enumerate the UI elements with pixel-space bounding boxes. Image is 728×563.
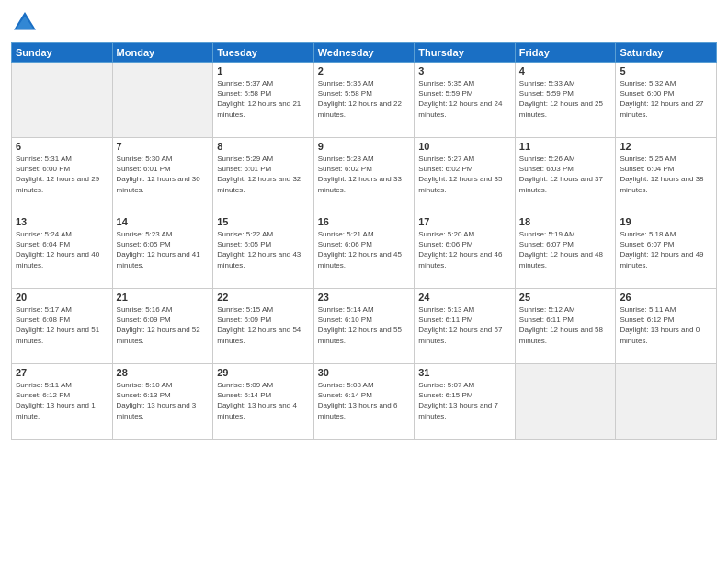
- calendar-cell: 8Sunrise: 5:29 AMSunset: 6:01 PMDaylight…: [213, 138, 314, 213]
- weekday-header-tuesday: Tuesday: [213, 43, 314, 63]
- day-number: 29: [217, 367, 310, 378]
- day-number: 11: [519, 141, 612, 152]
- calendar-cell: 28Sunrise: 5:10 AMSunset: 6:13 PMDayligh…: [112, 364, 213, 440]
- weekday-header-friday: Friday: [515, 43, 616, 63]
- calendar-cell: 23Sunrise: 5:14 AMSunset: 6:10 PMDayligh…: [313, 289, 415, 364]
- day-number: 17: [418, 216, 511, 227]
- calendar-cell: 15Sunrise: 5:22 AMSunset: 6:05 PMDayligh…: [213, 213, 314, 289]
- main-container: SundayMondayTuesdayWednesdayThursdayFrid…: [0, 0, 728, 563]
- header: [11, 9, 717, 37]
- day-number: 30: [318, 367, 411, 378]
- day-info: Sunrise: 5:11 AMSunset: 6:12 PMDaylight:…: [16, 380, 108, 421]
- weekday-header-saturday: Saturday: [616, 43, 717, 63]
- day-info: Sunrise: 5:13 AMSunset: 6:11 PMDaylight:…: [418, 304, 511, 346]
- calendar-cell: 30Sunrise: 5:08 AMSunset: 6:14 PMDayligh…: [313, 364, 415, 440]
- day-info: Sunrise: 5:29 AMSunset: 6:01 PMDaylight:…: [217, 154, 310, 195]
- day-number: 7: [117, 141, 210, 152]
- calendar-cell: 5Sunrise: 5:32 AMSunset: 6:00 PMDaylight…: [616, 63, 717, 138]
- day-number: 12: [620, 141, 712, 152]
- calendar-table: SundayMondayTuesdayWednesdayThursdayFrid…: [11, 42, 717, 440]
- logo-icon: [11, 9, 39, 37]
- day-info: Sunrise: 5:33 AMSunset: 5:59 PMDaylight:…: [519, 78, 612, 120]
- day-info: Sunrise: 5:17 AMSunset: 6:08 PMDaylight:…: [16, 304, 108, 346]
- calendar-cell: 13Sunrise: 5:24 AMSunset: 6:04 PMDayligh…: [12, 213, 113, 289]
- day-number: 27: [16, 367, 108, 378]
- day-info: Sunrise: 5:36 AMSunset: 5:58 PMDaylight:…: [318, 78, 411, 120]
- day-info: Sunrise: 5:23 AMSunset: 6:05 PMDaylight:…: [117, 229, 210, 270]
- calendar-week-2: 6Sunrise: 5:31 AMSunset: 6:00 PMDaylight…: [12, 138, 717, 213]
- calendar-cell: 14Sunrise: 5:23 AMSunset: 6:05 PMDayligh…: [112, 213, 213, 289]
- day-info: Sunrise: 5:11 AMSunset: 6:12 PMDaylight:…: [620, 304, 712, 346]
- weekday-header-wednesday: Wednesday: [313, 43, 415, 63]
- day-info: Sunrise: 5:24 AMSunset: 6:04 PMDaylight:…: [16, 229, 108, 270]
- day-number: 2: [318, 65, 411, 76]
- day-number: 25: [519, 292, 612, 303]
- day-info: Sunrise: 5:12 AMSunset: 6:11 PMDaylight:…: [519, 304, 612, 346]
- day-number: 31: [418, 367, 511, 378]
- calendar-cell: 7Sunrise: 5:30 AMSunset: 6:01 PMDaylight…: [112, 138, 213, 213]
- day-number: 4: [519, 65, 612, 76]
- calendar-header-row: SundayMondayTuesdayWednesdayThursdayFrid…: [12, 43, 717, 63]
- calendar-cell: 16Sunrise: 5:21 AMSunset: 6:06 PMDayligh…: [313, 213, 415, 289]
- day-info: Sunrise: 5:22 AMSunset: 6:05 PMDaylight:…: [217, 229, 310, 270]
- day-info: Sunrise: 5:08 AMSunset: 6:14 PMDaylight:…: [318, 380, 411, 421]
- day-number: 1: [217, 65, 310, 76]
- day-number: 26: [620, 292, 712, 303]
- calendar-cell: 18Sunrise: 5:19 AMSunset: 6:07 PMDayligh…: [515, 213, 616, 289]
- day-number: 14: [117, 216, 210, 227]
- day-info: Sunrise: 5:20 AMSunset: 6:06 PMDaylight:…: [418, 229, 511, 270]
- calendar-week-4: 20Sunrise: 5:17 AMSunset: 6:08 PMDayligh…: [12, 289, 717, 364]
- day-info: Sunrise: 5:37 AMSunset: 5:58 PMDaylight:…: [217, 78, 310, 120]
- calendar-cell: 9Sunrise: 5:28 AMSunset: 6:02 PMDaylight…: [313, 138, 415, 213]
- calendar-cell: 2Sunrise: 5:36 AMSunset: 5:58 PMDaylight…: [313, 63, 415, 138]
- day-info: Sunrise: 5:31 AMSunset: 6:00 PMDaylight:…: [16, 154, 108, 195]
- day-number: 10: [418, 141, 511, 152]
- calendar-cell: 31Sunrise: 5:07 AMSunset: 6:15 PMDayligh…: [415, 364, 516, 440]
- day-number: 15: [217, 216, 310, 227]
- calendar-cell: 21Sunrise: 5:16 AMSunset: 6:09 PMDayligh…: [112, 289, 213, 364]
- day-info: Sunrise: 5:14 AMSunset: 6:10 PMDaylight:…: [318, 304, 411, 346]
- calendar-cell: 26Sunrise: 5:11 AMSunset: 6:12 PMDayligh…: [616, 289, 717, 364]
- calendar-cell: 20Sunrise: 5:17 AMSunset: 6:08 PMDayligh…: [12, 289, 113, 364]
- calendar-cell: 27Sunrise: 5:11 AMSunset: 6:12 PMDayligh…: [12, 364, 113, 440]
- calendar-week-5: 27Sunrise: 5:11 AMSunset: 6:12 PMDayligh…: [12, 364, 717, 440]
- weekday-header-sunday: Sunday: [12, 43, 113, 63]
- day-info: Sunrise: 5:18 AMSunset: 6:07 PMDaylight:…: [620, 229, 712, 270]
- calendar-cell: [616, 364, 717, 440]
- calendar-cell: 10Sunrise: 5:27 AMSunset: 6:02 PMDayligh…: [415, 138, 516, 213]
- day-number: 13: [16, 216, 108, 227]
- calendar-cell: 11Sunrise: 5:26 AMSunset: 6:03 PMDayligh…: [515, 138, 616, 213]
- day-number: 6: [16, 141, 108, 152]
- day-info: Sunrise: 5:09 AMSunset: 6:14 PMDaylight:…: [217, 380, 310, 421]
- day-number: 3: [418, 65, 511, 76]
- day-number: 5: [620, 65, 712, 76]
- calendar-cell: 3Sunrise: 5:35 AMSunset: 5:59 PMDaylight…: [415, 63, 516, 138]
- calendar-cell: 24Sunrise: 5:13 AMSunset: 6:11 PMDayligh…: [415, 289, 516, 364]
- calendar-cell: 22Sunrise: 5:15 AMSunset: 6:09 PMDayligh…: [213, 289, 314, 364]
- day-number: 19: [620, 216, 712, 227]
- calendar-week-3: 13Sunrise: 5:24 AMSunset: 6:04 PMDayligh…: [12, 213, 717, 289]
- calendar-cell: [112, 63, 213, 138]
- day-info: Sunrise: 5:32 AMSunset: 6:00 PMDaylight:…: [620, 78, 712, 120]
- calendar-cell: [12, 63, 113, 138]
- day-info: Sunrise: 5:21 AMSunset: 6:06 PMDaylight:…: [318, 229, 411, 270]
- day-info: Sunrise: 5:07 AMSunset: 6:15 PMDaylight:…: [418, 380, 511, 421]
- day-number: 20: [16, 292, 108, 303]
- calendar-cell: 12Sunrise: 5:25 AMSunset: 6:04 PMDayligh…: [616, 138, 717, 213]
- logo: [11, 9, 42, 37]
- calendar-cell: 6Sunrise: 5:31 AMSunset: 6:00 PMDaylight…: [12, 138, 113, 213]
- weekday-header-thursday: Thursday: [415, 43, 516, 63]
- day-number: 18: [519, 216, 612, 227]
- day-number: 24: [418, 292, 511, 303]
- day-info: Sunrise: 5:28 AMSunset: 6:02 PMDaylight:…: [318, 154, 411, 195]
- calendar-cell: 19Sunrise: 5:18 AMSunset: 6:07 PMDayligh…: [616, 213, 717, 289]
- calendar-cell: 1Sunrise: 5:37 AMSunset: 5:58 PMDaylight…: [213, 63, 314, 138]
- calendar-cell: 25Sunrise: 5:12 AMSunset: 6:11 PMDayligh…: [515, 289, 616, 364]
- calendar-cell: 17Sunrise: 5:20 AMSunset: 6:06 PMDayligh…: [415, 213, 516, 289]
- day-number: 22: [217, 292, 310, 303]
- day-info: Sunrise: 5:30 AMSunset: 6:01 PMDaylight:…: [117, 154, 210, 195]
- day-info: Sunrise: 5:25 AMSunset: 6:04 PMDaylight:…: [620, 154, 712, 195]
- day-number: 23: [318, 292, 411, 303]
- calendar-cell: 29Sunrise: 5:09 AMSunset: 6:14 PMDayligh…: [213, 364, 314, 440]
- calendar-cell: [515, 364, 616, 440]
